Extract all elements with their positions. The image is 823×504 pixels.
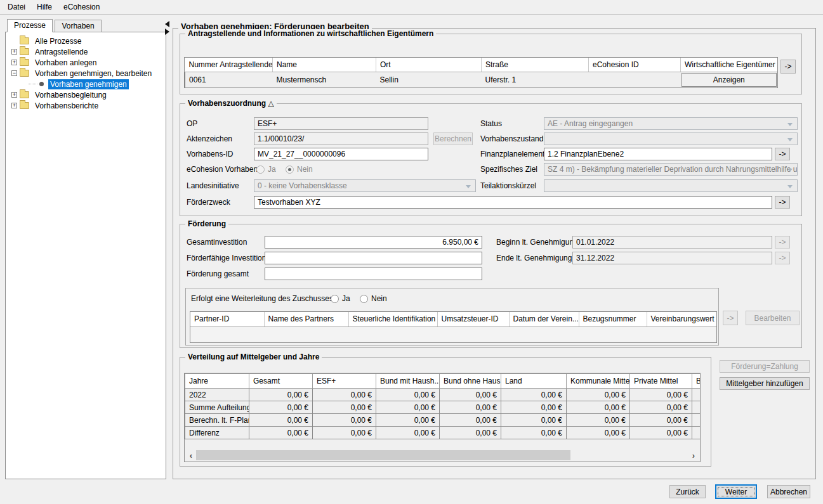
beginn-arrow-button[interactable]: -> [775,236,790,249]
cell-ort: Sellin [376,72,482,87]
expand-plus-icon[interactable]: + [11,92,17,98]
col-strasse: Straße [482,58,589,72]
beginn-field[interactable]: 01.01.2022 [572,236,772,249]
cell-name: Mustermensch [273,72,376,87]
tree-item-vorhaben-genehmigen[interactable]: Vorhaben genehmigen [6,79,166,89]
chevron-down-icon [787,185,793,188]
bearbeiten-button[interactable]: Bearbeiten [746,311,800,325]
ecohesion-nein-radio[interactable]: Nein [286,165,313,174]
table-cell: 0,00 € [249,414,313,427]
tree-item-vorhaben-anlegen[interactable]: + Vorhaben anlegen [6,57,166,68]
foerderung-gleich-zahlung-button[interactable]: Förderung=Zahlung [720,360,810,373]
col-bezugsnummer: Bezugsnummer [579,312,647,326]
tree-item-vorhabensberichte[interactable]: + Vorhabensberichte [6,100,166,111]
scroll-left-icon[interactable]: ‹ [186,450,196,460]
expand-plus-icon[interactable]: + [11,49,17,55]
weiterleitung-question-label: Erfolgt eine Weiterleitung des Zuschusse… [191,292,338,305]
vorhabens-id-field[interactable]: MV_21_27__0000000096 [254,148,428,160]
expand-plus-icon[interactable]: + [11,60,17,65]
dropdown-value: 0 - keine Vorhabensklasse [258,181,347,190]
table-cell: 0,00 € [501,401,567,414]
col-land: Land [501,374,567,389]
finanzplanelement-arrow-button[interactable]: -> [775,148,790,160]
spezifisches-ziel-dropdown[interactable]: SZ 4 m) - Bekämpfung materieller Depriva… [544,163,798,176]
collapse-minus-icon[interactable]: − [11,70,17,76]
table-cell: 0,00 € [376,427,440,439]
distribution-group-title: Verteilung auf Mittelgeber und Jahre [185,352,322,361]
zurueck-button[interactable]: Zurück [669,485,706,498]
table-cell: 0,00 € [440,389,501,401]
foerderzweck-field[interactable]: Testvorhaben XYZ [254,196,772,209]
weiter-button[interactable]: Weiter [715,484,757,499]
abbrechen-button[interactable]: Abbrechen [767,485,810,498]
anzeigen-button[interactable]: Anzeigen [681,73,777,87]
tree-item-antragstellende[interactable]: + Antragstellende [6,46,166,57]
vorhabenszustand-dropdown[interactable] [544,132,798,145]
col-bund-mit-haushalt: Bund mit Haush... [376,374,440,389]
table-row: 20220,00 €0,00 €0,00 €0,00 €0,00 €0,00 €… [185,389,701,401]
radio-label: Ja [342,294,350,303]
horizontal-scrollbar[interactable]: ‹ › [186,450,699,460]
mittelgeber-hinzufuegen-button[interactable]: Mittelgeber hinzufügen [720,377,810,390]
dropdown-value: SZ 4 m) - Bekämpfung materieller Depriva… [548,165,798,174]
foerderfaehige-investition-field[interactable] [265,252,482,264]
vorhabens-id-label: Vorhabens-ID [187,148,233,160]
tree-item-vorhaben-genehmigen-bearbeiten[interactable]: − Vorhaben genehmigen, bearbeiten [6,68,166,79]
scroll-right-icon[interactable]: › [688,450,699,460]
cell-ecohesion-id [589,72,681,87]
radio-circle-icon [331,295,339,303]
applicants-table: Nummer Antragstellende Name Ort Straße e… [184,57,778,88]
tree-connector-line [29,84,37,84]
tree-item-vorhabensbegleitung[interactable]: + Vorhabensbegleitung [6,89,166,100]
ecohesion-ja-radio[interactable]: Ja [256,165,276,174]
gesamtinvestition-field[interactable]: 6.950,00 € [265,236,482,249]
table-cell: 0,00 € [313,389,376,401]
weiterleitung-nein-radio[interactable]: Nein [360,294,387,303]
tree-item-label: Vorhabensbegleitung [33,90,109,100]
app-window: { "icons": { "arrow_right": "->", "scrol… [0,0,823,504]
menu-hilfe[interactable]: Hilfe [31,1,58,13]
applicants-detail-arrow-button[interactable]: -> [780,60,796,74]
ende-arrow-button[interactable]: -> [775,252,790,264]
berechnen-button[interactable]: Berechnen [433,132,473,145]
table-row: Summe Aufteilung0,00 €0,00 €0,00 €0,00 €… [185,401,701,414]
weiterleitung-ja-radio[interactable]: Ja [331,294,350,303]
tree-item-alle-prozesse[interactable]: Alle Prozesse [6,36,166,46]
table-cell: 0,00 € [567,414,630,427]
menu-ecohesion[interactable]: eCohesion [58,1,105,13]
tab-prozesse[interactable]: Prozesse [7,19,53,32]
menu-datei[interactable]: Datei [2,1,31,13]
op-field[interactable]: ESF+ [254,117,428,130]
applicant-row[interactable]: 0061 Mustermensch Sellin Uferstr. 1 Anze… [185,72,778,87]
tab-vorhaben[interactable]: Vorhaben [55,20,101,32]
main-content-box: Vorhaben genehmigen: Förderungen bearbei… [173,28,816,479]
teilaktionskuerzel-dropdown[interactable] [544,179,798,192]
foerderung-gesamt-field[interactable] [265,268,482,280]
table-cell: 0,00 € [501,427,567,439]
expand-plus-icon[interactable]: + [11,103,17,108]
assignment-group-title: Vorhabenszuordnung △ [185,99,277,108]
scrollbar-thumb[interactable] [196,450,570,460]
table-cell: 0,00 € [440,401,501,414]
beginn-label: Beginn lt. Genehmigung [496,236,578,249]
finanzplanelement-field[interactable]: 1.2 FinanzplanEbene2 [544,148,772,160]
op-value: ESF+ [258,119,277,128]
partner-arrow-button[interactable]: -> [723,311,738,325]
status-dropdown[interactable]: AE - Antrag eingegangen [544,117,798,130]
table-cell [692,414,701,427]
col-name: Name [273,58,376,72]
radio-label: Nein [297,165,313,174]
landesinitiative-dropdown[interactable]: 0 - keine Vorhabensklasse [254,179,476,192]
vorhabens-id-value: MV_21_27__0000000096 [258,150,345,158]
gesamtinvestition-value: 6.950,00 € [442,238,478,247]
radio-label: Nein [371,294,387,303]
foerderzweck-arrow-button[interactable]: -> [775,196,790,209]
col-jahre: Jahre [185,374,249,389]
aktenzeichen-field[interactable]: 1.1/00010/23/ [254,132,428,145]
table-cell: 0,00 € [376,414,440,427]
scrollbar-track[interactable] [196,450,688,460]
distribution-groupbox: Verteilung auf Mittelgeber und Jahre Jah… [180,357,711,467]
table-cell: 0,00 € [567,401,630,414]
ende-field[interactable]: 31.12.2022 [572,252,772,264]
chevron-down-icon [787,138,793,141]
